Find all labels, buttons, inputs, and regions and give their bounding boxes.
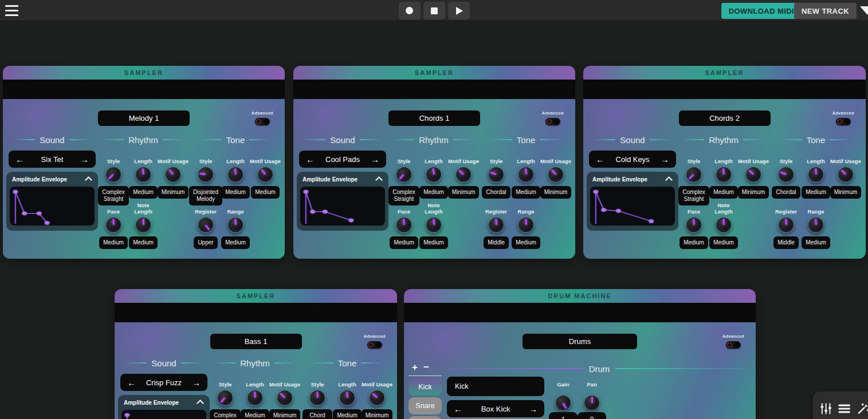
rhythm-motif-usage-knob[interactable]: [455, 167, 472, 183]
rhythm-length-knob[interactable]: [135, 167, 151, 183]
divider-line: [215, 362, 235, 363]
rhythm-pace-knob[interactable]: [105, 217, 121, 233]
rhythm-note-length-knob[interactable]: [135, 217, 151, 233]
advanced-toggle[interactable]: [255, 118, 270, 125]
prev-preset-arrow-icon[interactable]: ←: [15, 155, 24, 164]
advanced-section: Advanced: [832, 110, 854, 125]
rhythm-length-knob[interactable]: [716, 167, 732, 183]
magic-wand-icon[interactable]: [857, 401, 868, 416]
tone-length-knob[interactable]: [339, 390, 355, 406]
rhythm-motif-usage-knob[interactable]: [277, 390, 293, 406]
knob-label: Length: [239, 373, 270, 388]
next-preset-arrow-icon[interactable]: →: [80, 155, 89, 164]
gain-knob[interactable]: [555, 395, 571, 411]
stop-button[interactable]: [423, 2, 445, 19]
next-preset-arrow-icon[interactable]: →: [529, 405, 537, 413]
advanced-toggle[interactable]: [545, 118, 560, 125]
instrument-name-field[interactable]: Drums: [523, 334, 637, 349]
instrument-name-field[interactable]: Bass 1: [210, 334, 302, 349]
tone-style-knob[interactable]: [778, 167, 794, 183]
drum-tab-kick[interactable]: Kick: [409, 378, 442, 396]
tone-range-knob[interactable]: [518, 217, 534, 233]
play-button[interactable]: [448, 2, 470, 19]
rhythm-pace-knob[interactable]: [396, 217, 412, 233]
download-midi-button[interactable]: DOWNLOAD MIDI: [721, 3, 802, 19]
tone-motif-usage-knob[interactable]: [838, 167, 854, 183]
prev-preset-arrow-icon[interactable]: ←: [454, 405, 462, 413]
instrument-name-field[interactable]: Chords 1: [388, 110, 480, 126]
knob-label: Length: [332, 373, 363, 388]
tone-motif-usage-knob[interactable]: [369, 390, 385, 406]
next-preset-arrow-icon[interactable]: →: [371, 155, 379, 164]
rhythm-length-knob[interactable]: [247, 390, 263, 406]
advanced-toggle[interactable]: [836, 118, 851, 125]
tone-range-knob[interactable]: [227, 217, 243, 233]
prev-preset-arrow-icon[interactable]: ←: [306, 155, 315, 164]
rhythm-style-knob[interactable]: [217, 390, 233, 406]
next-preset-arrow-icon[interactable]: →: [661, 155, 669, 164]
rhythm-note-length-knob[interactable]: [426, 217, 442, 233]
next-preset-arrow-icon[interactable]: →: [192, 378, 201, 387]
tone-motif-usage-knob[interactable]: [548, 167, 564, 183]
section-title-text: Tone: [517, 135, 536, 145]
add-drum-button[interactable]: +: [412, 362, 418, 372]
record-button[interactable]: [399, 2, 421, 19]
prev-preset-arrow-icon[interactable]: ←: [596, 155, 604, 164]
hamburger-menu-icon[interactable]: [5, 5, 18, 16]
knob-cell: Motif Usage Medium: [250, 150, 280, 205]
knob-cell: Pace Medium: [679, 200, 709, 249]
tone-length-knob[interactable]: [227, 167, 243, 183]
mixer-icon[interactable]: [819, 401, 832, 416]
chevron-up-icon[interactable]: [197, 400, 204, 407]
rhythm-length-knob[interactable]: [426, 167, 442, 183]
tone-range-knob[interactable]: [808, 217, 824, 233]
tone-motif-usage-knob[interactable]: [257, 167, 273, 183]
waveform-strip: [404, 303, 756, 322]
drum-tab-partial[interactable]: [409, 416, 442, 419]
envelope-graph[interactable]: [10, 187, 95, 226]
new-track-button[interactable]: NEW TRACK: [794, 3, 857, 19]
card-body: Chords 1 Advanced Sound ← Cool Pads → Am…: [293, 99, 575, 259]
rhythm-style-knob[interactable]: [105, 167, 121, 183]
knob-label: Length: [418, 150, 449, 165]
chevron-up-icon[interactable]: [665, 176, 673, 184]
tone-style-knob[interactable]: [309, 390, 325, 406]
menu-lines-icon[interactable]: [838, 401, 851, 416]
envelope-graph[interactable]: [121, 410, 206, 419]
tone-length-knob[interactable]: [808, 167, 824, 183]
rhythm-motif-usage-knob[interactable]: [745, 167, 761, 183]
knob-cell: Motif Usage Minimum: [158, 150, 188, 205]
chevron-up-icon[interactable]: [85, 176, 92, 184]
instrument-name-field[interactable]: Melody 1: [98, 110, 190, 126]
envelope-graph[interactable]: [300, 187, 385, 226]
rhythm-style-knob[interactable]: [686, 167, 702, 183]
knob-value: Minimum: [362, 409, 393, 419]
gain-value-field[interactable]: 1: [549, 412, 578, 419]
tone-style-knob[interactable]: [488, 167, 504, 183]
pan-knob[interactable]: [584, 395, 600, 411]
tone-register-knob[interactable]: [778, 217, 794, 233]
tone-register-knob[interactable]: [488, 217, 504, 233]
rhythm-motif-usage-knob[interactable]: [165, 167, 181, 183]
remove-drum-button[interactable]: −: [423, 362, 429, 372]
advanced-toggle[interactable]: [367, 341, 382, 349]
rhythm-note-length-knob[interactable]: [716, 217, 732, 233]
knob-label: Length: [800, 150, 831, 165]
instrument-name-field[interactable]: Chords 2: [679, 110, 771, 126]
tone-length-knob[interactable]: [518, 167, 534, 183]
rhythm-pace-knob[interactable]: [686, 217, 702, 233]
tone-style-knob[interactable]: [198, 167, 214, 183]
envelope-graph[interactable]: [590, 187, 675, 226]
tone-register-knob[interactable]: [198, 217, 214, 233]
drum-tab-snare[interactable]: Snare: [409, 397, 442, 414]
chevron-up-icon[interactable]: [375, 176, 383, 184]
knob-pointer: [840, 169, 846, 175]
knob-label: Style: [678, 150, 709, 165]
drum-name-input[interactable]: [447, 377, 544, 396]
dropdown-caret-icon[interactable]: [860, 6, 868, 15]
prev-preset-arrow-icon[interactable]: ←: [127, 378, 136, 387]
pan-value-field[interactable]: 0: [578, 412, 606, 419]
preset-name: Six Tet: [41, 155, 64, 164]
advanced-toggle[interactable]: [726, 341, 741, 349]
rhythm-style-knob[interactable]: [396, 167, 412, 183]
